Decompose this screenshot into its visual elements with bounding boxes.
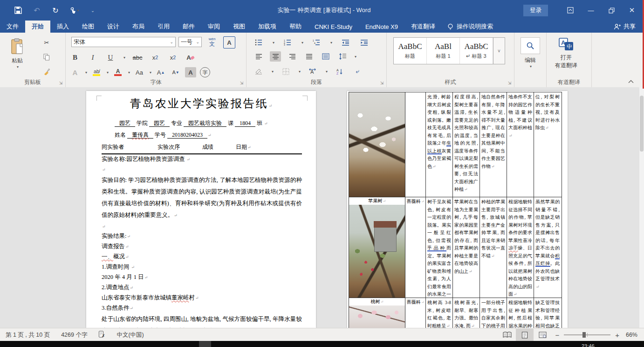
italic-button[interactable]: I	[87, 52, 98, 62]
language-indicator[interactable]: 中文(中国)	[111, 331, 149, 339]
font-size-combo[interactable]: 一号⌄	[178, 37, 202, 47]
read-mode-icon[interactable]	[498, 329, 516, 341]
tab-视图[interactable]: 视图	[226, 21, 252, 33]
redo-icon[interactable]: ↻	[50, 5, 61, 15]
undo-icon[interactable]: ↶	[32, 5, 42, 15]
underline-button[interactable]: U	[105, 52, 116, 62]
cut-icon[interactable]: ✂	[41, 37, 52, 48]
tab-有道翻译[interactable]: 有道翻译	[404, 21, 442, 33]
shading-icon[interactable]	[253, 66, 264, 76]
customize-qat-icon[interactable]: ⌄	[88, 5, 98, 15]
align-center-icon[interactable]	[270, 51, 281, 62]
tell-me-search[interactable]: 操作说明搜索	[442, 21, 499, 33]
peach-photo[interactable]	[349, 305, 405, 328]
style-item-1[interactable]: AaBl标题 1	[427, 38, 460, 64]
page-2[interactable]: 光滑, 树龄增大后树皮变粗, 纵裂或剥落。嫩枝无毛或具有茸毛, 后脱落;2 年生…	[347, 91, 568, 328]
sort-icon[interactable]: AZ	[334, 66, 345, 76]
character-shading-icon[interactable]: A	[185, 67, 196, 77]
enclose-characters-icon[interactable]: 字	[200, 67, 210, 77]
font-color-icon[interactable]: A	[112, 67, 123, 77]
phonetic-guide-icon[interactable]: wén文	[206, 35, 218, 49]
species-name-cell[interactable]: 苹果树	[349, 197, 405, 298]
tab-审阅[interactable]: 审阅	[201, 21, 226, 33]
tab-布局[interactable]: 布局	[126, 21, 151, 33]
decrease-indent-icon[interactable]	[340, 37, 351, 48]
table-text-cell[interactable]: 种植的苹果主要用于出售, 放城镇主要生产金帅苹果, 而且近年来销售状况一直不错↵	[480, 197, 507, 298]
table-text-cell[interactable]: 根据地貌特征选择不同的作物, 苹果树对环境条件的要求苹果性喜冷凉干燥、日照充足的…	[507, 197, 534, 298]
family-cell[interactable]	[405, 92, 426, 197]
ribbon-display-options-icon[interactable]	[560, 3, 581, 17]
table-text-cell[interactable]: 程度很高, 梨树主要喜温湿, 生长需要充足的光照和较高的温度, 当地的光照, 温…	[453, 92, 480, 197]
tab-加载项[interactable]: 加载项	[252, 21, 283, 33]
grow-font-icon[interactable]: A▲	[155, 67, 166, 77]
numbered-list-icon[interactable]: 123	[282, 37, 293, 48]
distribute-icon[interactable]	[320, 51, 331, 62]
page-indicator[interactable]: 第 1 页 , 共 10 页	[0, 331, 55, 339]
superscript-button[interactable]: x2	[167, 52, 178, 62]
clipboard-dialog-launcher[interactable]: ⇲	[58, 81, 63, 86]
tab-设计[interactable]: 设计	[101, 21, 126, 33]
family-cell[interactable]: 蔷薇科	[405, 298, 426, 328]
paste-button[interactable]: 粘贴 ▾	[10, 38, 24, 69]
table-text-cell[interactable]: 地条件不支持的园艺作物适量种植, 不建议大面积种植↵	[507, 92, 534, 197]
word-count[interactable]: 4269 个字	[55, 331, 93, 339]
style-item-2[interactable]: AaBbC↵ 标题 3	[460, 38, 493, 64]
zoom-track[interactable]	[564, 334, 610, 335]
print-layout-icon[interactable]	[516, 329, 534, 341]
tab-EndNote X9[interactable]: EndNote X9	[359, 21, 404, 33]
tab-帮助[interactable]: 帮助	[283, 21, 308, 33]
font-dialog-launcher[interactable]: ⇲	[239, 81, 244, 86]
zoom-thumb[interactable]	[582, 332, 586, 338]
touch-mode-icon[interactable]: ▾	[69, 5, 79, 15]
species-name-cell[interactable]: 桃树	[349, 298, 405, 328]
clear-formatting-icon[interactable]: A	[185, 52, 196, 62]
family-cell[interactable]: 蔷薇科	[405, 197, 426, 298]
restore-button[interactable]	[601, 3, 622, 17]
multilevel-list-icon[interactable]: 1a	[311, 37, 322, 48]
vertical-scrollbar[interactable]	[639, 87, 644, 328]
table-text-cell[interactable]: 根据地貌特征种植果树, 然后根据水果的种类↵	[507, 298, 534, 328]
page-1[interactable]: 青岛农业大学实验报告纸↵园艺 学院 园艺 专业 园艺栽培实验 课 1804 班 …	[86, 91, 316, 328]
editing-button[interactable]: 编辑 ▾	[521, 37, 540, 69]
table-text-cell[interactable]: 虽然苹果的销量不错, 但是缺乏销售方案, 只是摆摊出售的话, 每年卖不出去的苹果…	[534, 197, 561, 298]
table-text-cell[interactable]: 一部分桃子用于出售, 自家其余剩下的桃子用↵	[480, 298, 507, 328]
web-layout-icon[interactable]	[534, 329, 551, 341]
increase-indent-icon[interactable]	[358, 37, 370, 48]
sign-in-button[interactable]: 登录	[523, 5, 548, 16]
table-text-cell[interactable]: 位, 对梨树的生长不重视, 没有及时进行补水除虫↵	[534, 92, 561, 197]
close-button[interactable]: ✕	[622, 3, 642, 17]
text-effects-icon[interactable]: A	[69, 67, 81, 77]
character-border-icon[interactable]: A	[223, 36, 235, 49]
tab-引用[interactable]: 引用	[151, 21, 176, 33]
styles-gallery-more-icon[interactable]: ˅	[493, 38, 505, 64]
zoom-percentage[interactable]: 66%	[623, 332, 644, 338]
species-name-cell[interactable]	[349, 92, 405, 197]
paragraph-dialog-launcher[interactable]: ⇲	[379, 81, 384, 86]
tab-邮件[interactable]: 邮件	[176, 21, 201, 33]
document-area[interactable]: 青岛农业大学实验报告纸↵园艺 学院 园艺 专业 园艺栽培实验 课 1804 班 …	[0, 87, 644, 328]
align-left-icon[interactable]	[253, 51, 264, 62]
paste-dropdown-arrow[interactable]: ▾	[17, 65, 19, 69]
zoom-in-icon[interactable]: +	[615, 331, 619, 339]
show-hide-marks-icon[interactable]: ⤶	[352, 66, 363, 76]
save-icon[interactable]	[13, 5, 23, 15]
table-text-cell[interactable]: 地自然条件有限, 年降水量不足, 得不到大量推广, 现在主要是种在其他果树中间,…	[480, 92, 507, 197]
proofing-status-icon[interactable]: ✗	[93, 331, 111, 339]
tab-开始[interactable]: 开始	[25, 21, 50, 33]
styles-dialog-launcher[interactable]: ⇲	[507, 81, 512, 86]
format-painter-icon[interactable]	[41, 66, 52, 76]
highlight-color-icon[interactable]: ab̸	[91, 67, 102, 77]
open-youdao-button[interactable]: A中 打开 有道翻译	[555, 37, 577, 69]
table-text-cell[interactable]: 桃树高 3-8 米, 树皮暗红褐色, 老时粗糙呈↵	[426, 298, 453, 328]
copy-icon[interactable]	[41, 52, 52, 62]
minimize-button[interactable]: —	[581, 3, 601, 17]
collapse-ribbon-icon[interactable]	[628, 77, 634, 85]
asian-layout-icon[interactable]: A	[307, 66, 318, 76]
pear-photo[interactable]	[349, 92, 405, 197]
tab-file[interactable]: 文件	[0, 21, 25, 33]
font-name-combo[interactable]: 宋体⌄	[71, 37, 176, 47]
tab-绘图[interactable]: 绘图	[75, 21, 101, 33]
shrink-font-icon[interactable]: A▼	[170, 67, 181, 77]
bold-button[interactable]: B	[69, 52, 81, 62]
zoom-out-icon[interactable]: −	[555, 331, 559, 339]
